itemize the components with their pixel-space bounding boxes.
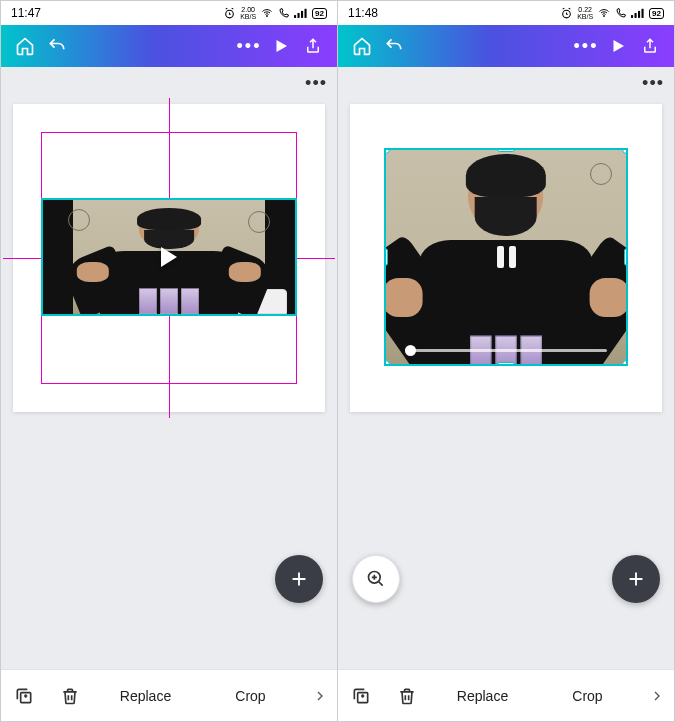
app-toolbar: ••• <box>1 25 337 67</box>
undo-button[interactable] <box>378 30 410 62</box>
resize-handle-ne[interactable] <box>622 148 628 154</box>
svg-rect-4 <box>301 11 303 18</box>
resize-handle-se[interactable] <box>622 360 628 366</box>
editor-workspace: ••• <box>338 67 674 669</box>
network-speed: 2.00 KB/S <box>240 6 256 20</box>
more-tools-button[interactable] <box>640 688 674 704</box>
editor-workspace: ••• <box>1 67 337 669</box>
svg-point-8 <box>604 16 605 17</box>
alarm-icon <box>560 7 573 20</box>
wifi-icon <box>260 7 274 19</box>
status-time: 11:48 <box>348 6 378 20</box>
pause-icon[interactable] <box>497 246 516 268</box>
resize-handle-e[interactable] <box>624 248 628 266</box>
more-button[interactable]: ••• <box>570 30 602 62</box>
svg-rect-2 <box>294 15 296 18</box>
delete-button[interactable] <box>384 686 430 706</box>
wifi-icon <box>597 7 611 19</box>
design-canvas[interactable] <box>13 104 325 412</box>
status-bar: 11:47 2.00 KB/S 92 <box>1 1 337 25</box>
play-preview-button[interactable] <box>265 30 297 62</box>
svg-rect-3 <box>298 13 300 18</box>
replace-button[interactable]: Replace <box>93 688 198 704</box>
video-element-selected[interactable] <box>384 148 628 366</box>
svg-rect-12 <box>642 9 644 18</box>
alarm-icon <box>223 7 236 20</box>
home-button[interactable] <box>9 30 41 62</box>
add-page-button[interactable] <box>612 555 660 603</box>
home-button[interactable] <box>346 30 378 62</box>
svg-rect-9 <box>631 15 633 18</box>
replace-button[interactable]: Replace <box>430 688 535 704</box>
zoom-button[interactable] <box>352 555 400 603</box>
resize-handle-n[interactable] <box>497 148 515 152</box>
more-button[interactable]: ••• <box>233 30 265 62</box>
resize-handle-s[interactable] <box>497 362 515 366</box>
svg-rect-10 <box>635 13 637 18</box>
bottom-toolbar: Replace Crop <box>1 669 337 721</box>
bottom-toolbar: Replace Crop <box>338 669 674 721</box>
network-speed: 0.22 KB/S <box>577 6 593 20</box>
crop-button[interactable]: Crop <box>198 688 303 704</box>
volte-icon <box>278 7 290 19</box>
status-bar: 11:48 0.22 KB/S 92 <box>338 1 674 25</box>
svg-rect-11 <box>638 11 640 18</box>
delete-button[interactable] <box>47 686 93 706</box>
phone-screen-left: 11:47 2.00 KB/S 92 <box>1 1 337 721</box>
crop-button[interactable]: Crop <box>535 688 640 704</box>
video-progress-track[interactable] <box>405 349 607 352</box>
duplicate-button[interactable] <box>338 686 384 706</box>
svg-rect-14 <box>358 692 368 702</box>
svg-rect-5 <box>305 9 307 18</box>
status-time: 11:47 <box>11 6 41 20</box>
battery-icon: 92 <box>649 8 664 19</box>
phone-screen-right: 11:48 0.22 KB/S 92 <box>337 1 674 721</box>
resize-handle-w[interactable] <box>384 248 388 266</box>
page-options-button[interactable]: ••• <box>642 73 664 94</box>
signal-icon <box>631 7 645 19</box>
resize-handle-sw[interactable] <box>384 360 390 366</box>
share-button[interactable] <box>634 30 666 62</box>
page-options-button[interactable]: ••• <box>305 73 327 94</box>
svg-point-1 <box>267 16 268 17</box>
app-toolbar: ••• <box>338 25 674 67</box>
add-page-button[interactable] <box>275 555 323 603</box>
volte-icon <box>615 7 627 19</box>
video-element[interactable] <box>41 198 297 316</box>
signal-icon <box>294 7 308 19</box>
more-tools-button[interactable] <box>303 688 337 704</box>
share-button[interactable] <box>297 30 329 62</box>
undo-button[interactable] <box>41 30 73 62</box>
svg-rect-6 <box>21 692 31 702</box>
play-preview-button[interactable] <box>602 30 634 62</box>
play-icon[interactable] <box>161 247 177 267</box>
design-canvas[interactable] <box>350 104 662 412</box>
duplicate-button[interactable] <box>1 686 47 706</box>
battery-icon: 92 <box>312 8 327 19</box>
